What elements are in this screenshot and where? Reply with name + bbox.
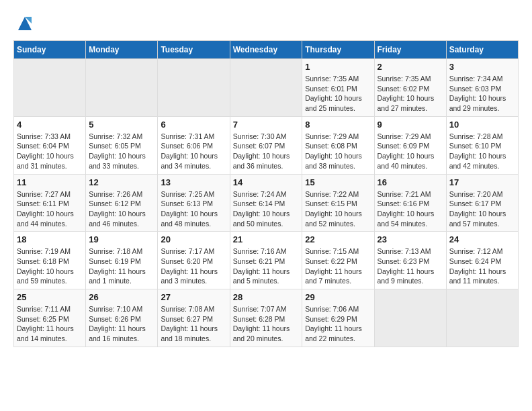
day-number: 20 [161,234,226,244]
day-number: 13 [161,177,226,187]
day-number: 23 [378,234,443,244]
day-info: Sunrise: 7:21 AMSunset: 6:16 PMDaylight:… [378,189,443,229]
weekday-header-wednesday: Wednesday [230,41,302,59]
day-info: Sunrise: 7:07 AMSunset: 6:28 PMDaylight:… [233,304,300,344]
calendar-cell: 4Sunrise: 7:33 AMSunset: 6:04 PMDaylight… [14,116,86,174]
day-info: Sunrise: 7:08 AMSunset: 6:27 PMDaylight:… [161,304,226,344]
calendar-cell: 29Sunrise: 7:06 AMSunset: 6:29 PMDayligh… [302,289,374,347]
day-info: Sunrise: 7:13 AMSunset: 6:23 PMDaylight:… [378,246,443,286]
day-number: 5 [89,120,154,130]
day-info: Sunrise: 7:11 AMSunset: 6:25 PMDaylight:… [17,304,83,344]
day-info: Sunrise: 7:20 AMSunset: 6:17 PMDaylight:… [449,189,515,229]
weekday-header-row: SundayMondayTuesdayWednesdayThursdayFrid… [14,41,519,59]
day-number: 25 [17,292,83,302]
calendar-cell [14,59,86,117]
calendar-cell: 3Sunrise: 7:34 AMSunset: 6:03 PMDaylight… [446,59,518,117]
weekday-header-tuesday: Tuesday [158,41,230,59]
calendar-cell [446,289,518,347]
day-info: Sunrise: 7:18 AMSunset: 6:19 PMDaylight:… [89,246,154,286]
day-number: 28 [233,292,300,302]
day-info: Sunrise: 7:24 AMSunset: 6:14 PMDaylight:… [233,189,300,229]
day-info: Sunrise: 7:17 AMSunset: 6:20 PMDaylight:… [161,246,226,286]
calendar-cell: 28Sunrise: 7:07 AMSunset: 6:28 PMDayligh… [230,289,302,347]
calendar-cell: 9Sunrise: 7:29 AMSunset: 6:09 PMDaylight… [374,116,446,174]
day-number: 3 [449,62,515,72]
day-number: 4 [17,120,83,130]
day-number: 26 [89,292,154,302]
day-number: 8 [305,120,371,130]
day-info: Sunrise: 7:29 AMSunset: 6:09 PMDaylight:… [378,132,443,171]
calendar-cell: 2Sunrise: 7:35 AMSunset: 6:02 PMDaylight… [374,59,446,117]
day-info: Sunrise: 7:35 AMSunset: 6:02 PMDaylight:… [378,74,443,113]
day-number: 6 [161,120,226,130]
day-info: Sunrise: 7:12 AMSunset: 6:24 PMDaylight:… [449,246,515,286]
calendar-cell: 25Sunrise: 7:11 AMSunset: 6:25 PMDayligh… [14,289,86,347]
day-number: 12 [89,177,154,187]
day-number: 29 [305,292,371,302]
day-number: 11 [17,177,83,187]
day-info: Sunrise: 7:27 AMSunset: 6:11 PMDaylight:… [17,189,83,229]
calendar-cell: 6Sunrise: 7:31 AMSunset: 6:06 PMDaylight… [158,116,230,174]
day-number: 17 [449,177,515,187]
day-info: Sunrise: 7:33 AMSunset: 6:04 PMDaylight:… [17,132,83,171]
calendar-cell: 23Sunrise: 7:13 AMSunset: 6:23 PMDayligh… [374,232,446,289]
day-number: 16 [378,177,443,187]
weekday-header-thursday: Thursday [302,41,374,59]
calendar-cell: 18Sunrise: 7:19 AMSunset: 6:18 PMDayligh… [14,232,86,289]
calendar-week-row: 18Sunrise: 7:19 AMSunset: 6:18 PMDayligh… [14,232,519,289]
calendar-week-row: 1Sunrise: 7:35 AMSunset: 6:01 PMDaylight… [14,59,519,117]
day-number: 14 [233,177,300,187]
day-number: 19 [89,234,154,244]
weekday-header-sunday: Sunday [14,41,86,59]
page-header [13,13,519,34]
day-info: Sunrise: 7:16 AMSunset: 6:21 PMDaylight:… [233,246,300,286]
day-number: 24 [449,234,515,244]
calendar-cell: 8Sunrise: 7:29 AMSunset: 6:08 PMDaylight… [302,116,374,174]
calendar-week-row: 4Sunrise: 7:33 AMSunset: 6:04 PMDaylight… [14,116,519,174]
logo-icon [15,13,35,34]
calendar-cell [374,289,446,347]
day-info: Sunrise: 7:31 AMSunset: 6:06 PMDaylight:… [161,132,226,171]
logo [13,13,35,34]
calendar-cell: 21Sunrise: 7:16 AMSunset: 6:21 PMDayligh… [230,232,302,289]
calendar-cell: 15Sunrise: 7:22 AMSunset: 6:15 PMDayligh… [302,174,374,232]
calendar-cell: 7Sunrise: 7:30 AMSunset: 6:07 PMDaylight… [230,116,302,174]
calendar-cell: 13Sunrise: 7:25 AMSunset: 6:13 PMDayligh… [158,174,230,232]
day-info: Sunrise: 7:28 AMSunset: 6:10 PMDaylight:… [449,132,515,171]
day-info: Sunrise: 7:06 AMSunset: 6:29 PMDaylight:… [305,304,371,344]
day-number: 22 [305,234,371,244]
calendar-cell: 26Sunrise: 7:10 AMSunset: 6:26 PMDayligh… [86,289,158,347]
calendar-cell [86,59,158,117]
calendar-cell: 12Sunrise: 7:26 AMSunset: 6:12 PMDayligh… [86,174,158,232]
calendar-cell: 17Sunrise: 7:20 AMSunset: 6:17 PMDayligh… [446,174,518,232]
weekday-header-friday: Friday [374,41,446,59]
calendar-cell: 16Sunrise: 7:21 AMSunset: 6:16 PMDayligh… [374,174,446,232]
day-info: Sunrise: 7:26 AMSunset: 6:12 PMDaylight:… [89,189,154,229]
day-info: Sunrise: 7:19 AMSunset: 6:18 PMDaylight:… [17,246,83,286]
calendar-cell: 1Sunrise: 7:35 AMSunset: 6:01 PMDaylight… [302,59,374,117]
calendar-cell: 11Sunrise: 7:27 AMSunset: 6:11 PMDayligh… [14,174,86,232]
day-info: Sunrise: 7:29 AMSunset: 6:08 PMDaylight:… [305,132,371,171]
calendar-cell [158,59,230,117]
calendar-cell: 22Sunrise: 7:15 AMSunset: 6:22 PMDayligh… [302,232,374,289]
day-info: Sunrise: 7:32 AMSunset: 6:05 PMDaylight:… [89,132,154,171]
day-number: 9 [378,120,443,130]
calendar-cell: 19Sunrise: 7:18 AMSunset: 6:19 PMDayligh… [86,232,158,289]
day-info: Sunrise: 7:35 AMSunset: 6:01 PMDaylight:… [305,74,371,113]
calendar-week-row: 25Sunrise: 7:11 AMSunset: 6:25 PMDayligh… [14,289,519,347]
calendar-cell: 24Sunrise: 7:12 AMSunset: 6:24 PMDayligh… [446,232,518,289]
day-info: Sunrise: 7:34 AMSunset: 6:03 PMDaylight:… [449,74,515,113]
calendar-week-row: 11Sunrise: 7:27 AMSunset: 6:11 PMDayligh… [14,174,519,232]
day-number: 27 [161,292,226,302]
day-info: Sunrise: 7:22 AMSunset: 6:15 PMDaylight:… [305,189,371,229]
calendar-cell [230,59,302,117]
day-info: Sunrise: 7:10 AMSunset: 6:26 PMDaylight:… [89,304,154,344]
calendar-cell: 10Sunrise: 7:28 AMSunset: 6:10 PMDayligh… [446,116,518,174]
calendar-table: SundayMondayTuesdayWednesdayThursdayFrid… [13,40,519,347]
day-number: 18 [17,234,83,244]
calendar-cell: 14Sunrise: 7:24 AMSunset: 6:14 PMDayligh… [230,174,302,232]
calendar-cell: 20Sunrise: 7:17 AMSunset: 6:20 PMDayligh… [158,232,230,289]
calendar-cell: 27Sunrise: 7:08 AMSunset: 6:27 PMDayligh… [158,289,230,347]
weekday-header-monday: Monday [86,41,158,59]
day-number: 7 [233,120,300,130]
